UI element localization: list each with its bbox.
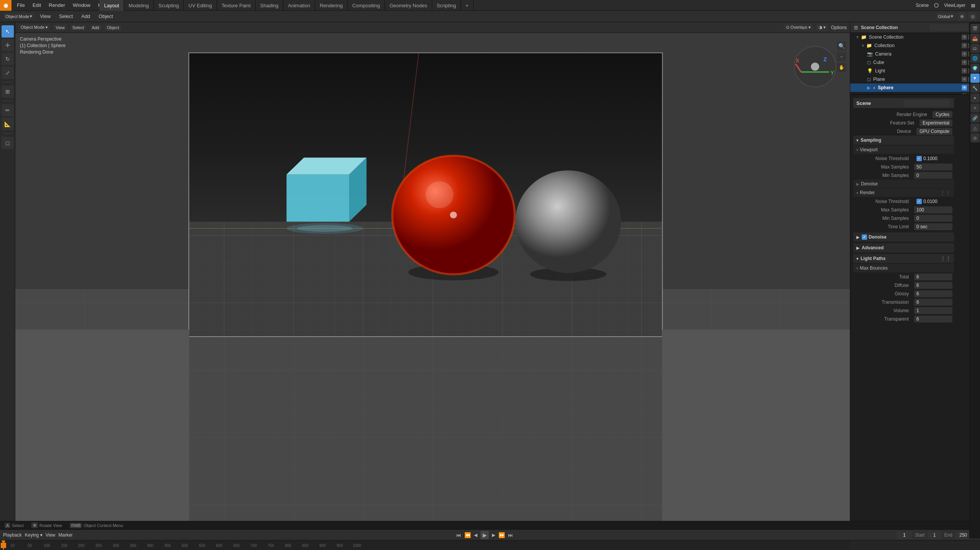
tab-uv-editing[interactable]: UV Editing [184,0,217,11]
advanced-header[interactable]: ▶ Advanced [853,243,954,252]
tab-rendering[interactable]: Rendering [315,0,348,11]
tool-scale[interactable]: ⤢ [2,67,14,79]
snap-btn[interactable]: ⊕ [958,12,966,21]
tool-transform[interactable]: ⊞ [2,85,14,98]
mode-selector[interactable]: Object Mode ▾ [3,13,34,20]
viewport-overlay-btn[interactable]: ⊙ Overlays ▾ [784,24,813,31]
keying-menu[interactable]: Keying ▾ [25,532,42,538]
tab-sculpting[interactable]: Sculpting [154,0,184,11]
outliner-collection[interactable]: ▾ 📁 Collection 👁 ↗ 📷 [850,41,980,50]
tool-cursor[interactable]: ↖ [2,25,14,38]
diffuse-value[interactable]: 6 [914,282,952,289]
light-paths-menu-btn[interactable]: ⋮⋮ [940,255,951,262]
vp-noise-checkbox[interactable]: ✓ [916,156,922,161]
prop-tab-particles[interactable]: ✦ [970,93,980,103]
cube-visibility[interactable]: 👁 [962,60,967,65]
properties-search[interactable] [903,100,949,107]
scene-selector[interactable]: Scene [916,3,929,8]
col-visibility[interactable]: 👁 [962,43,967,48]
menu-render[interactable]: Render [45,0,69,11]
outliner-search[interactable] [929,24,968,31]
viewport-zoom-in[interactable]: 🔍 [837,41,846,51]
r-noise-checkbox[interactable]: ✓ [916,199,922,204]
sphere001-visibility[interactable]: 👁 [962,93,967,95]
prop-tab-modifier[interactable]: 🔧 [970,83,980,93]
proportional-edit-btn[interactable]: ◎ [969,12,977,21]
viewport-3d[interactable]: Object Mode ▾ View Select Add Object ⊙ O… [15,22,850,539]
transparent-value[interactable]: 6 [914,316,952,322]
tab-modeling[interactable]: Modeling [124,0,154,11]
prop-tab-physics[interactable]: ⚛ [970,103,980,113]
viewport-sub-header[interactable]: ▾ Viewport [853,146,954,154]
outliner-sphere[interactable]: ▶ ● Sphere 👁 ↗ 📷 [850,83,980,92]
outliner-sphere-001[interactable]: ● Sphere.001 👁 ↗ 📷 [850,92,980,95]
glossy-value[interactable]: 6 [914,290,952,297]
light-visibility[interactable]: 👁 [962,68,967,74]
outliner-camera[interactable]: 📷 Camera 👁 ↗ 📷 [850,50,980,58]
denoise-toggle-header[interactable]: ▶ Denoise [853,180,954,188]
tool-annotate[interactable]: ✏ [2,104,14,116]
tab-shading[interactable]: Shading [256,0,284,11]
outliner-plane[interactable]: ◻ Plane 👁 ↗ 📷 [850,75,980,83]
tool-add-cube[interactable]: ◻ [2,137,14,149]
jump-back-btn[interactable]: ⏪ [464,532,471,538]
total-value[interactable]: 6 [914,273,952,280]
menu-file[interactable]: File [13,0,29,11]
tool-move[interactable]: ✛ [2,39,14,51]
outliner-light[interactable]: 💡 Light 👁 ↗ 📷 [850,67,980,75]
tab-texture-paint[interactable]: Texture Paint [217,0,256,11]
plane-visibility[interactable]: 👁 [962,77,967,82]
cam-visibility[interactable]: 👁 [962,51,967,57]
start-frame-input[interactable]: 1 [928,531,941,539]
view-menu[interactable]: View [46,532,56,538]
tab-add[interactable]: + [461,0,474,11]
max-bounces-header[interactable]: ▾ Max Bounces [853,264,954,272]
marker-menu[interactable]: Marker [59,532,73,538]
r-min-value[interactable]: 0 [914,215,952,222]
device-dropdown[interactable]: GPU Compute [916,128,952,135]
toolbar-add[interactable]: Add [78,12,93,21]
prop-tab-output[interactable]: 📤 [970,34,980,43]
tab-layout[interactable]: Layout [100,0,124,11]
feature-set-dropdown[interactable]: Experimental [920,119,952,126]
tool-rotate[interactable]: ↻ [2,53,14,65]
outliner-scene-collection[interactable]: ▾ 📁 Scene Collection 👁 ↗ 📷 [850,33,980,41]
viewport-shading-btn[interactable]: ◑ ▾ [816,24,828,31]
transmission-value[interactable]: 6 [914,299,952,306]
viewport-mode-selector[interactable]: Object Mode ▾ [18,24,50,31]
volume-value[interactable]: 1 [914,307,952,314]
jump-fwd-btn[interactable]: ⏩ [498,532,505,538]
prop-tab-material[interactable]: ◎ [970,133,980,142]
step-back-btn[interactable]: ◀ [474,532,477,538]
view-layer-selector[interactable]: ViewLayer [944,3,965,8]
visibility-icon[interactable]: 👁 [962,34,967,40]
light-paths-header[interactable]: ▾ Light Paths ⋮⋮ [853,254,954,263]
tab-compositing[interactable]: Compositing [348,0,385,11]
toolbar-view[interactable]: View [37,12,54,21]
prop-tab-scene[interactable]: 🌐 [970,54,980,63]
tab-scripting[interactable]: Scripting [432,0,461,11]
toolbar-object[interactable]: Object [96,12,116,21]
denoise-enabled-checkbox[interactable]: ✓ [862,234,867,240]
r-max-value[interactable]: 100 [914,206,952,213]
menu-edit[interactable]: Edit [29,0,45,11]
render-sub-header[interactable]: ▾ Render ⋮⋮ [853,188,954,197]
timeline-frames[interactable]: 10 50 100 150 200 250 300 350 400 450 50… [0,540,850,550]
skip-to-start-btn[interactable]: ⏮ [456,532,461,538]
viewport-add-menu[interactable]: Add [90,25,102,31]
transform-space[interactable]: Global ▾ [936,13,956,20]
prop-tab-render[interactable]: 🎬 [970,24,980,33]
step-fwd-btn[interactable]: ▶ [492,532,495,538]
vp-max-value[interactable]: 50 [914,164,952,170]
prop-tab-object[interactable]: ▼ [970,74,980,83]
viewport-select-menu[interactable]: Select [70,25,87,31]
end-frame-input[interactable]: 250 [956,531,971,539]
prop-tab-view-layer[interactable]: 🗂 [970,44,980,53]
toolbar-select[interactable]: Select [56,12,76,21]
sphere-visibility[interactable]: 👁 [962,85,967,90]
outliner-cube[interactable]: ◻ Cube 👁 ↗ 📷 [850,58,980,67]
prop-tab-data[interactable]: △ [970,123,980,133]
menu-window[interactable]: Window [69,0,94,11]
options-button[interactable]: Options [831,25,847,30]
skip-to-end-btn[interactable]: ⏭ [508,532,513,538]
